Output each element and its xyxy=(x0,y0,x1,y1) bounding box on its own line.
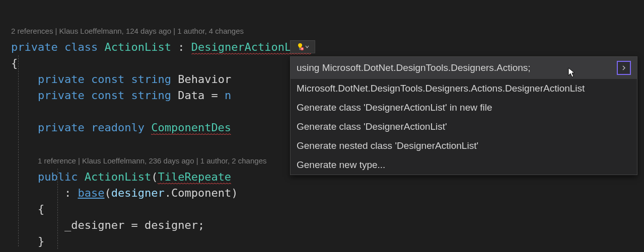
quick-action-label: Generate class 'DesignerActionList' xyxy=(297,121,447,132)
codelens-class[interactable]: 2 references | Klaus Loeffelmann, 124 da… xyxy=(11,27,244,35)
brace-open: { xyxy=(11,57,18,69)
class-name-componentdesigner: ComponentDes xyxy=(151,121,231,135)
quick-action-item[interactable]: Generate nested class 'DesignerActionLis… xyxy=(291,136,637,155)
quick-action-item[interactable]: using Microsoft.DotNet.DesignTools.Desig… xyxy=(291,57,637,79)
lightbulb-error-icon xyxy=(296,43,304,51)
quick-action-label: Generate nested class 'DesignerActionLis… xyxy=(297,140,478,151)
brace-close: } xyxy=(38,235,44,247)
indent-guide xyxy=(18,55,19,246)
keyword-private: private xyxy=(11,41,58,53)
quick-actions-button[interactable] xyxy=(290,40,315,53)
quick-action-label: Generate new type... xyxy=(297,159,385,171)
indent-guide xyxy=(57,169,58,249)
field-data: Data xyxy=(178,89,204,102)
field-behavior: Behavior xyxy=(178,73,231,86)
codelens-ctor[interactable]: 1 reference | Klaus Loeffelmann, 236 day… xyxy=(38,156,267,165)
quick-action-item[interactable]: Microsoft.DotNet.DesignTools.Designers.A… xyxy=(291,79,637,98)
class-name-actionlist: ActionList xyxy=(104,41,171,53)
quick-action-item[interactable]: Generate class 'DesignerActionList' in n… xyxy=(291,98,637,117)
quick-action-item[interactable]: Generate new type... xyxy=(291,155,637,175)
chevron-right-icon xyxy=(621,64,626,71)
quick-action-label: Microsoft.DotNet.DesignTools.Designers.A… xyxy=(297,83,585,94)
class-name-tilerepeater: TileRepeate xyxy=(158,171,231,184)
chevron-down-icon xyxy=(305,45,309,49)
expand-preview-button[interactable] xyxy=(617,61,631,75)
keyword-base: base xyxy=(78,187,104,199)
quick-action-label: Generate class 'DesignerActionList' in n… xyxy=(297,102,492,113)
quick-actions-menu: using Microsoft.DotNet.DesignTools.Desig… xyxy=(290,56,637,175)
quick-action-label: using Microsoft.DotNet.DesignTools.Desig… xyxy=(297,62,531,73)
quick-action-item[interactable]: Generate class 'DesignerActionList' xyxy=(291,117,637,136)
field-designer: _designer xyxy=(64,219,124,231)
keyword-class: class xyxy=(64,41,98,53)
